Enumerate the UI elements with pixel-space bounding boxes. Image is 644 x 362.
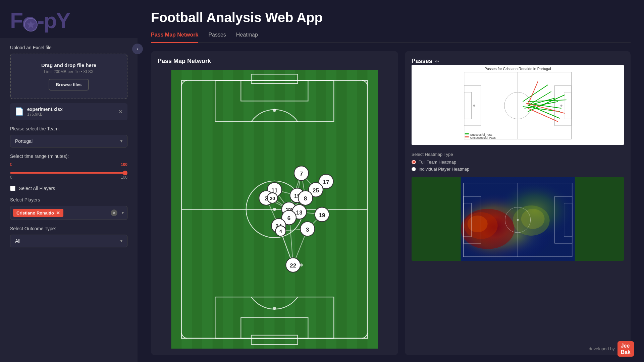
range-current-max: 100	[121, 162, 127, 167]
pitch-svg: 7 17 11 25 2	[158, 70, 391, 349]
svg-text:13: 13	[296, 209, 303, 216]
heatmap-type-label: Select Heatmap Type	[412, 152, 624, 157]
individual-player-radio[interactable]	[412, 167, 416, 171]
outcome-select-wrapper: All Successful Unsuccessful ▼	[10, 235, 127, 247]
heatmap-svg: Portugal Heatmap	[412, 177, 624, 261]
svg-point-114	[467, 216, 487, 232]
player-select-wrapper: Cristiano Ronaldo ✕ ✕ ▼	[10, 206, 127, 220]
svg-rect-104	[465, 136, 469, 137]
svg-point-86	[473, 105, 475, 107]
svg-point-89	[560, 105, 562, 107]
file-name: experiment.xlsx	[27, 107, 118, 112]
range-current-min: 0	[10, 162, 12, 167]
svg-text:25: 25	[313, 187, 319, 194]
svg-text:3: 3	[306, 227, 309, 233]
player-tag-cristiano: Cristiano Ronaldo ✕	[13, 209, 63, 217]
player-tag-remove-icon[interactable]: ✕	[56, 210, 60, 216]
outcome-label: Select Outcome Type:	[10, 226, 127, 231]
main-content: Football Analysis Web App Pass Map Netwo…	[138, 0, 644, 362]
svg-rect-102	[465, 133, 469, 134]
team-select-group: Please select the Team: Portugal Spain F…	[10, 126, 127, 147]
upload-dropzone[interactable]: Drag and drop file here Limit 200MB per …	[10, 54, 127, 99]
panels-row: Pass Map Network	[151, 51, 631, 355]
individual-label: Individual Player Heatmap	[419, 167, 470, 172]
player-tags-input[interactable]: Cristiano Ronaldo ✕	[10, 206, 127, 220]
jee-bak-badge: Jee Bak	[618, 341, 634, 357]
tab-heatmap[interactable]: Heatmap	[236, 32, 258, 43]
tab-pass-map[interactable]: Pass Map Network	[151, 32, 198, 43]
credit-text: developed by	[589, 346, 614, 351]
passes-chart-svg: Passes for Cristiano Ronaldo in Portugal	[412, 65, 624, 145]
svg-text:19: 19	[319, 212, 325, 219]
svg-text:Passes for Cristiano Ronaldo  : Passes for Cristiano Ronaldo in Portugal	[484, 67, 551, 71]
svg-text:6: 6	[287, 215, 290, 222]
player-clear-button[interactable]: ✕	[111, 209, 117, 216]
svg-text:4: 4	[279, 229, 282, 234]
passes-plot: Passes for Cristiano Ronaldo in Portugal	[412, 65, 624, 145]
heatmap-plot: Portugal Heatmap	[412, 177, 624, 261]
individual-heatmap-option[interactable]: Individual Player Heatmap	[412, 167, 624, 172]
players-label: Select Players	[10, 197, 127, 202]
file-remove-button[interactable]: ✕	[118, 109, 123, 115]
svg-point-120	[517, 219, 519, 221]
tabs-row: Pass Map Network Passes Heatmap	[151, 32, 631, 43]
pass-map-title: Pass Map Network	[158, 58, 391, 65]
select-all-players-checkbox[interactable]	[10, 186, 15, 191]
sidebar-content: Upload an Excel file Drag and drop file …	[0, 38, 138, 362]
svg-text:8: 8	[304, 195, 307, 202]
team-select[interactable]: Portugal Spain France Germany Brazil	[10, 135, 127, 147]
right-panel: Passes ⇔ Passes for Cristiano Ronaldo in…	[405, 51, 631, 355]
svg-text:22: 22	[290, 262, 296, 269]
svg-text:20: 20	[270, 196, 275, 201]
passes-link-icon: ⇔	[435, 59, 439, 64]
file-item: 📄 experiment.xlsx 176.9KB ✕	[10, 103, 127, 120]
heatmap-type-section: Select Heatmap Type Full Team Heatmap In…	[412, 152, 624, 172]
full-team-label: Full Team Heatmap	[419, 160, 456, 165]
sidebar-collapse-button[interactable]: ‹	[132, 44, 143, 54]
players-select-group: Select Players Cristiano Ronaldo ✕ ✕ ▼	[10, 197, 127, 220]
drag-sub: Limit 200MB per file • XLSX	[16, 69, 121, 74]
football-pitch: 7 17 11 25 2	[158, 70, 391, 349]
full-team-radio[interactable]	[412, 160, 416, 164]
select-all-players-label[interactable]: Select All Players	[19, 186, 55, 191]
file-info: experiment.xlsx 176.9KB	[27, 107, 118, 117]
outcome-select[interactable]: All Successful Unsuccessful	[10, 235, 127, 247]
svg-text:17: 17	[323, 179, 329, 185]
sidebar: F -pY ‹ Upload an Excel file Drag and dr…	[0, 0, 138, 362]
app-title: Football Analysis Web App	[151, 10, 631, 25]
range-min-label: 0	[10, 175, 12, 180]
time-range-section: Select time range (minutes): 0 100 0 100	[10, 154, 127, 180]
pass-map-panel: Pass Map Network	[151, 51, 398, 355]
range-max-label: 100	[121, 175, 127, 180]
passes-section: Passes ⇔ Passes for Cristiano Ronaldo in…	[412, 58, 624, 145]
full-team-heatmap-option[interactable]: Full Team Heatmap	[412, 160, 624, 165]
svg-point-8	[273, 208, 276, 211]
player-tag-label: Cristiano Ronaldo	[16, 210, 54, 216]
heatmap-radio-row: Full Team Heatmap Individual Player Heat…	[412, 160, 624, 172]
range-minmax: 0 100	[10, 175, 127, 180]
drag-title: Drag and drop file here	[16, 62, 121, 68]
logo-area: F -pY	[0, 0, 138, 38]
browse-files-button[interactable]: Browse files	[49, 79, 89, 90]
outcome-select-group: Select Outcome Type: All Successful Unsu…	[10, 226, 127, 247]
upload-section: Upload an Excel file Drag and drop file …	[10, 45, 127, 120]
tab-passes[interactable]: Passes	[208, 32, 226, 43]
svg-point-78	[300, 263, 303, 266]
app-logo: F -pY	[10, 10, 127, 32]
time-range-slider[interactable]	[10, 172, 127, 174]
time-range-label: Select time range (minutes):	[10, 154, 127, 159]
footer-credit: developed by Jee Bak	[589, 341, 634, 357]
range-current-labels: 0 100	[10, 162, 127, 167]
upload-label: Upload an Excel file	[10, 45, 127, 50]
select-all-players-row: Select All Players	[10, 186, 127, 191]
team-label: Please select the Team:	[10, 126, 127, 131]
svg-text:Unsuccessful Pass: Unsuccessful Pass	[470, 136, 496, 139]
file-size: 176.9KB	[27, 112, 118, 117]
team-select-wrapper: Portugal Spain France Germany Brazil ▼	[10, 135, 127, 147]
passes-title: Passes ⇔	[412, 58, 624, 65]
file-icon: 📄	[15, 107, 24, 116]
svg-text:7: 7	[300, 171, 303, 177]
svg-point-116	[521, 209, 544, 229]
